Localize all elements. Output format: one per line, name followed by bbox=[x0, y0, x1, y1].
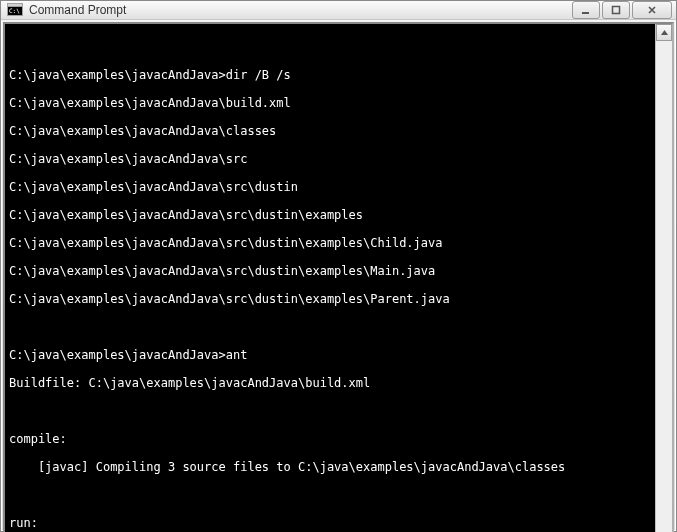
vertical-scrollbar[interactable] bbox=[655, 24, 672, 532]
output-line: C:\java\examples\javacAndJava\classes bbox=[9, 124, 651, 138]
output-line: C:\java\examples\javacAndJava\src\dustin bbox=[9, 180, 651, 194]
output-line: C:\java\examples\javacAndJava\src\dustin… bbox=[9, 236, 651, 250]
svg-rect-3 bbox=[582, 12, 589, 14]
prompt-line: C:\java\examples\javacAndJava>dir /B /s bbox=[9, 68, 651, 82]
svg-rect-4 bbox=[613, 7, 620, 14]
output-line: [javac] Compiling 3 source files to C:\j… bbox=[9, 460, 651, 474]
output-line: run: bbox=[9, 516, 651, 530]
scroll-up-button[interactable] bbox=[656, 24, 672, 41]
output-line: C:\java\examples\javacAndJava\src\dustin… bbox=[9, 292, 651, 306]
output-line: Buildfile: C:\java\examples\javacAndJava… bbox=[9, 376, 651, 390]
window-title: Command Prompt bbox=[29, 3, 572, 17]
output-line: C:\java\examples\javacAndJava\src bbox=[9, 152, 651, 166]
window-controls bbox=[572, 1, 672, 19]
command-prompt-window: C:\ Command Prompt C:\java\examples\java… bbox=[0, 0, 677, 532]
output-line: compile: bbox=[9, 432, 651, 446]
output-line: C:\java\examples\javacAndJava\src\dustin… bbox=[9, 208, 651, 222]
output-line: C:\java\examples\javacAndJava\build.xml bbox=[9, 96, 651, 110]
scrollbar-track[interactable] bbox=[656, 41, 672, 532]
minimize-button[interactable] bbox=[572, 1, 600, 19]
titlebar[interactable]: C:\ Command Prompt bbox=[1, 1, 676, 20]
maximize-button[interactable] bbox=[602, 1, 630, 19]
svg-text:C:\: C:\ bbox=[9, 7, 20, 14]
close-button[interactable] bbox=[632, 1, 672, 19]
console-output[interactable]: C:\java\examples\javacAndJava>dir /B /s … bbox=[5, 24, 655, 532]
output-line: C:\java\examples\javacAndJava\src\dustin… bbox=[9, 264, 651, 278]
prompt-line: C:\java\examples\javacAndJava>ant bbox=[9, 348, 651, 362]
console-client-area: C:\java\examples\javacAndJava>dir /B /s … bbox=[3, 22, 674, 532]
cmd-icon: C:\ bbox=[7, 2, 23, 18]
